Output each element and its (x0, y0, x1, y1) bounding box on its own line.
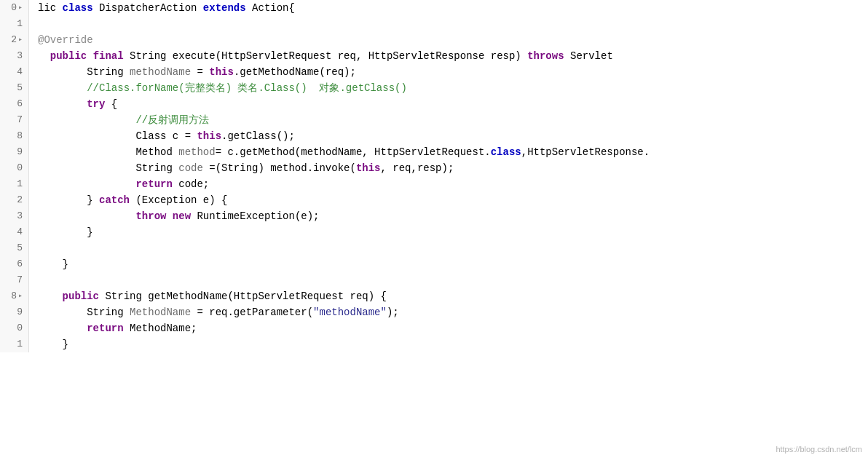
line-number: 0 (0, 0, 29, 16)
table-row: 1 } (0, 336, 868, 352)
line-content: @Override (29, 32, 868, 48)
line-content: } catch (Exception e) { (29, 192, 868, 208)
line-number: 1 (0, 336, 29, 352)
line-content: String methodName = this.getMethodName(r… (29, 64, 868, 80)
line-content: } (29, 224, 868, 240)
code-area: 0lic class DispatcherAction extends Acti… (0, 0, 868, 352)
table-row: 1 return code; (0, 176, 868, 192)
table-row: 3 public final String execute(HttpServle… (0, 48, 868, 64)
line-number: 2 (0, 192, 29, 208)
line-content: } (29, 336, 868, 352)
line-number: 7 (0, 112, 29, 128)
table-row: 5 (0, 240, 868, 256)
line-content: return MethodName; (29, 320, 868, 336)
table-row: 6 } (0, 256, 868, 272)
table-row: 4 String methodName = this.getMethodName… (0, 64, 868, 80)
line-number: 7 (0, 272, 29, 288)
line-number: 0 (0, 320, 29, 336)
table-row: 1 (0, 16, 868, 32)
table-row: 7 //反射调用方法 (0, 112, 868, 128)
line-content: lic class DispatcherAction extends Actio… (29, 0, 868, 16)
table-row: 8 Class c = this.getClass(); (0, 128, 868, 144)
line-content: public final String execute(HttpServletR… (29, 48, 868, 64)
line-number: 0 (0, 160, 29, 176)
table-row: 0 String code =(String) method.invoke(th… (0, 160, 868, 176)
line-number: 4 (0, 64, 29, 80)
line-number: 6 (0, 96, 29, 112)
line-content: String MethodName = req.getParameter("me… (29, 304, 868, 320)
line-content: return code; (29, 176, 868, 192)
line-number: 6 (0, 256, 29, 272)
line-content: String code =(String) method.invoke(this… (29, 160, 868, 176)
line-number: 1 (0, 176, 29, 192)
line-number: 3 (0, 48, 29, 64)
line-number: 5 (0, 240, 29, 256)
table-row: 6 try { (0, 96, 868, 112)
line-number: 3 (0, 208, 29, 224)
line-number: 5 (0, 80, 29, 96)
table-row: 9 Method method= c.getMethod(methodName,… (0, 144, 868, 160)
table-row: 0lic class DispatcherAction extends Acti… (0, 0, 868, 16)
table-row: 3 throw new RuntimeException(e); (0, 208, 868, 224)
line-number: 1 (0, 16, 29, 32)
line-content: try { (29, 96, 868, 112)
table-row: 5 //Class.forName(完整类名) 类名.Class() 对象.ge… (0, 80, 868, 96)
line-content: public String getMethodName(HttpServletR… (29, 288, 868, 304)
line-content: Method method= c.getMethod(methodName, H… (29, 144, 868, 160)
line-number: 2 (0, 32, 29, 48)
line-number: 8 (0, 288, 29, 304)
line-content: Class c = this.getClass(); (29, 128, 868, 144)
table-row: 0 return MethodName; (0, 320, 868, 336)
line-number: 9 (0, 304, 29, 320)
table-row: 7 (0, 272, 868, 288)
table-row: 4 } (0, 224, 868, 240)
table-row: 8 public String getMethodName(HttpServle… (0, 288, 868, 304)
line-content: //反射调用方法 (29, 112, 868, 128)
line-number: 8 (0, 128, 29, 144)
line-content: //Class.forName(完整类名) 类名.Class() 对象.getC… (29, 80, 868, 96)
table-row: 9 String MethodName = req.getParameter("… (0, 304, 868, 320)
line-number: 9 (0, 144, 29, 160)
line-content: } (29, 256, 868, 272)
watermark: https://blog.csdn.net/lcm (776, 441, 862, 457)
line-content: throw new RuntimeException(e); (29, 208, 868, 224)
line-number: 4 (0, 224, 29, 240)
table-row: 2@Override (0, 32, 868, 48)
code-editor: 0lic class DispatcherAction extends Acti… (0, 0, 868, 463)
table-row: 2 } catch (Exception e) { (0, 192, 868, 208)
